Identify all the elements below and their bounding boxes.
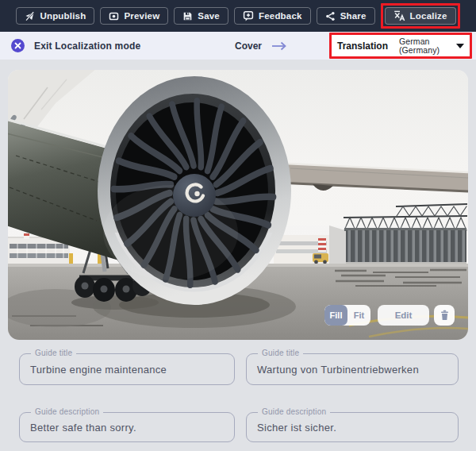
section-stepper: Cover — [235, 32, 287, 60]
section-label: Cover — [235, 40, 262, 52]
cover-photo-jet-engine — [8, 70, 468, 340]
close-icon[interactable] — [11, 39, 25, 52]
exit-localization-button[interactable]: Exit Localization mode — [11, 39, 140, 52]
fit-mode-button[interactable]: Fit — [347, 305, 370, 326]
preview-button[interactable]: Preview — [100, 7, 168, 25]
preview-label: Preview — [124, 11, 159, 21]
save-label: Save — [198, 11, 220, 21]
guide-title-translation-label: Guide title — [258, 349, 303, 357]
guide-title-translation-field[interactable]: Guide title Wartung von Turbinentriebwer… — [246, 353, 459, 385]
guide-description-source-label: Guide description — [31, 407, 103, 416]
save-icon — [182, 11, 193, 21]
feedback-label: Feedback — [259, 11, 302, 21]
localize-button[interactable]: Localize — [385, 7, 456, 25]
arrow-right-icon[interactable] — [271, 41, 287, 51]
delete-image-button[interactable] — [434, 305, 455, 326]
translation-control: Translation German (Germany) — [332, 35, 470, 56]
trash-icon — [440, 310, 450, 321]
fit-mode-toggle: Fill Fit — [324, 305, 370, 326]
localize-icon — [393, 10, 405, 21]
localization-bar: Exit Localization mode Cover Translation… — [0, 32, 476, 60]
annotation-highlight-localize: Localize — [381, 3, 460, 29]
guide-title-source-value[interactable]: Turbine engine maintenance — [20, 354, 234, 376]
unpublish-label: Unpublish — [40, 11, 86, 21]
feedback-icon — [243, 10, 254, 21]
unpublish-button[interactable]: Unpublish — [16, 7, 94, 25]
chevron-down-icon — [456, 44, 464, 48]
top-toolbar: Unpublish Preview Save Feedback — [0, 0, 476, 32]
unpublish-icon — [25, 11, 35, 21]
translation-language-select[interactable]: German (Germany) — [399, 37, 464, 55]
share-label: Share — [340, 11, 367, 21]
jet-engine — [98, 76, 291, 305]
guide-description-translation-field[interactable]: Guide description Sicher ist sicher. — [246, 412, 459, 442]
guide-title-source-field[interactable]: Guide title Turbine engine maintenance — [19, 353, 235, 385]
annotation-highlight-translation: Translation German (Germany) — [329, 33, 472, 59]
guide-title-translation-value[interactable]: Wartung von Turbinentriebwerken — [247, 354, 458, 376]
fill-mode-button[interactable]: Fill — [324, 305, 347, 326]
translation-selected-value: German (Germany) — [399, 37, 450, 55]
edit-image-button[interactable]: Edit — [378, 305, 429, 326]
save-button[interactable]: Save — [174, 7, 228, 25]
share-icon — [325, 11, 336, 21]
preview-icon — [109, 11, 119, 21]
translation-label: Translation — [337, 40, 388, 52]
guide-description-source-field[interactable]: Guide description Better safe than sorry… — [19, 412, 235, 442]
share-button[interactable]: Share — [317, 7, 375, 25]
exit-localization-label: Exit Localization mode — [34, 40, 140, 52]
guide-title-source-label: Guide title — [31, 349, 76, 357]
feedback-button[interactable]: Feedback — [234, 7, 311, 25]
guide-description-translation-label: Guide description — [258, 407, 330, 416]
localize-label: Localize — [410, 11, 447, 21]
cover-image-canvas[interactable]: Fill Fit Edit — [8, 70, 468, 340]
